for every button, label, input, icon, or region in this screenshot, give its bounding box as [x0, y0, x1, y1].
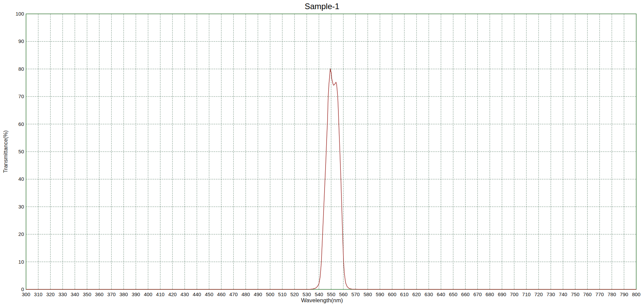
- plot-area: [0, 0, 644, 308]
- y-tick-label: 60: [9, 121, 24, 127]
- y-tick-label: 90: [9, 38, 24, 44]
- x-tick-label: 800: [629, 291, 644, 298]
- y-tick-label: 100: [9, 11, 24, 17]
- y-tick-label: 40: [9, 176, 24, 182]
- y-tick-label: 50: [9, 149, 24, 155]
- y-tick-label: 10: [9, 259, 24, 265]
- y-tick-label: 80: [9, 66, 24, 72]
- y-tick-label: 0: [9, 286, 24, 292]
- chart-figure: Sample-1 Transmittance(%) 30031032033034…: [0, 0, 644, 308]
- y-tick-label: 30: [9, 204, 24, 210]
- y-tick-label: 20: [9, 231, 24, 237]
- x-axis-title: Wavelength(nm): [0, 297, 644, 304]
- y-tick-label: 70: [9, 93, 24, 100]
